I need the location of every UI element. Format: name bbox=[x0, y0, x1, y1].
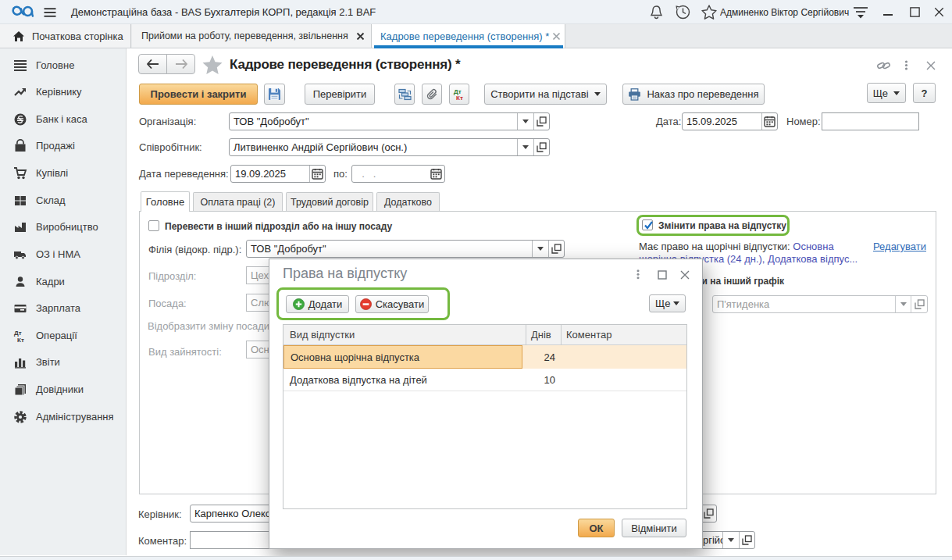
svg-text:Кт: Кт bbox=[17, 336, 24, 343]
svg-text:Кт: Кт bbox=[456, 95, 463, 102]
